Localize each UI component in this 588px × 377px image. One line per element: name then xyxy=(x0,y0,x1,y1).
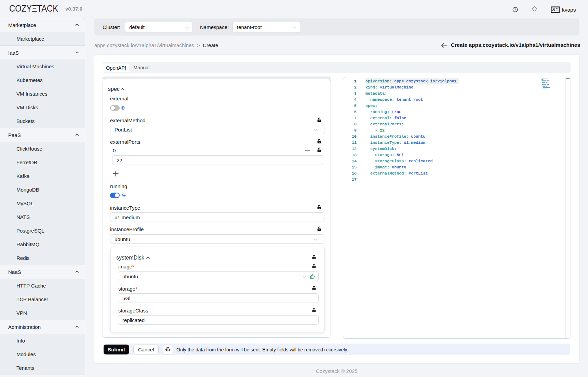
svg-text:?: ? xyxy=(514,8,516,11)
